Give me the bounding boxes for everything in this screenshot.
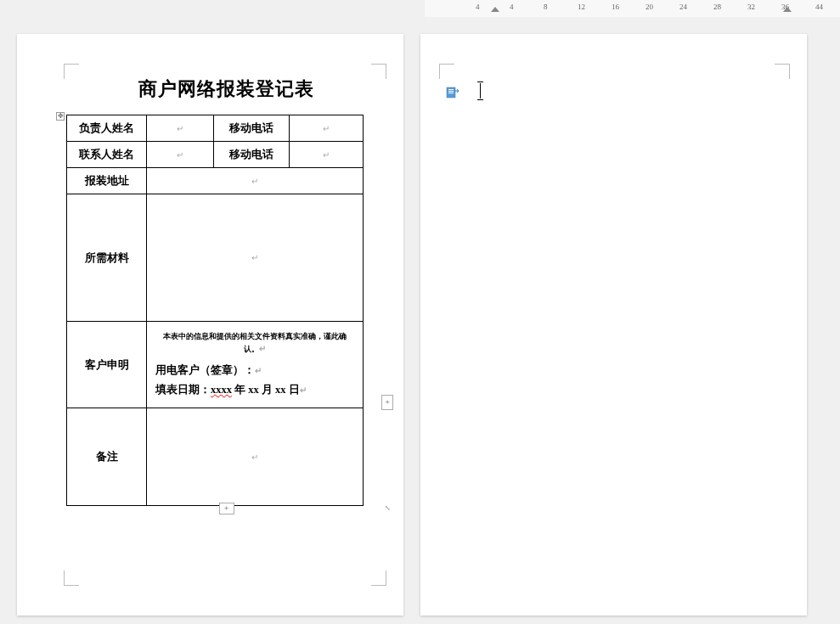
table-row: 备注 ↵ — [67, 408, 364, 506]
ruler-mark: 8 — [544, 3, 548, 11]
table-row: 负责人姓名 ↵ 移动电话 ↵ — [67, 115, 364, 142]
responsible-phone-label[interactable]: 移动电话 — [214, 115, 290, 142]
ruler-mark: 44 — [815, 3, 823, 11]
responsible-phone-cell[interactable]: ↵ — [290, 115, 364, 142]
materials-label[interactable]: 所需材料 — [67, 194, 147, 322]
declaration-label[interactable]: 客户申明 — [67, 322, 147, 408]
page-content: 商户网络报装登记表 ✥ 负责人姓名 ↵ 移动电话 ↵ 联系人姓名 ↵ 移动电话 … — [66, 76, 386, 573]
ruler-mark: 4 — [476, 3, 480, 11]
ruler-mark: 28 — [713, 3, 721, 11]
page-1[interactable]: 商户网络报装登记表 ✥ 负责人姓名 ↵ 移动电话 ↵ 联系人姓名 ↵ 移动电话 … — [17, 34, 403, 616]
crop-mark-icon — [775, 64, 790, 79]
declaration-signature-line: 用电客户（签章）：↵ — [155, 361, 354, 380]
contact-phone-cell[interactable]: ↵ — [290, 142, 364, 168]
document-title[interactable]: 商户网络报装登记表 — [66, 76, 386, 102]
ruler-mark: 24 — [679, 3, 687, 11]
svg-rect-3 — [448, 93, 454, 93]
materials-cell[interactable]: ↵ — [147, 194, 364, 322]
page-2[interactable] — [420, 34, 807, 616]
contact-name-label[interactable]: 联系人姓名 — [67, 142, 147, 168]
ruler-mark: 20 — [646, 3, 653, 11]
registration-form-table[interactable]: 负责人姓名 ↵ 移动电话 ↵ 联系人姓名 ↵ 移动电话 ↵ 报装地址 ↵ — [66, 115, 364, 506]
table-row: 所需材料 ↵ — [67, 194, 364, 322]
responsible-name-label[interactable]: 负责人姓名 — [67, 115, 147, 142]
declaration-small-text: 本表中的信息和提供的相关文件资料真实准确，谨此确认。↵ — [155, 330, 354, 356]
table-anchor-icon[interactable]: ✥ — [56, 112, 65, 121]
contact-phone-label[interactable]: 移动电话 — [214, 142, 290, 168]
remarks-cell[interactable]: ↵ — [147, 408, 364, 506]
section-break-icon[interactable] — [446, 87, 459, 100]
pages-container: 商户网络报装登记表 ✥ 负责人姓名 ↵ 移动电话 ↵ 联系人姓名 ↵ 移动电话 … — [0, 17, 840, 624]
address-label[interactable]: 报装地址 — [67, 168, 147, 194]
table-row: 报装地址 ↵ — [67, 168, 364, 194]
crop-mark-icon — [439, 64, 454, 79]
form-table-wrapper: 负责人姓名 ↵ 移动电话 ↵ 联系人姓名 ↵ 移动电话 ↵ 报装地址 ↵ — [66, 115, 386, 506]
ruler-mark: 16 — [612, 3, 619, 11]
svg-rect-2 — [448, 91, 454, 92]
ruler-mark: 32 — [747, 3, 755, 11]
contact-name-cell[interactable]: ↵ — [147, 142, 214, 168]
declaration-date-line: 填表日期：xxxx 年 xx 月 xx 日↵ — [155, 380, 354, 400]
indent-marker-icon[interactable] — [783, 7, 792, 14]
text-cursor — [480, 83, 481, 98]
address-cell[interactable]: ↵ — [147, 168, 364, 194]
declaration-cell[interactable]: 本表中的信息和提供的相关文件资料真实准确，谨此确认。↵ 用电客户（签章）：↵ 填… — [147, 322, 364, 408]
ruler-mark: 12 — [578, 3, 585, 11]
ruler-mark: 4 — [510, 3, 514, 11]
table-row: 客户申明 本表中的信息和提供的相关文件资料真实准确，谨此确认。↵ 用电客户（签章… — [67, 322, 364, 408]
responsible-name-cell[interactable]: ↵ — [147, 115, 214, 142]
table-row: 联系人姓名 ↵ 移动电话 ↵ — [67, 142, 364, 168]
remarks-label[interactable]: 备注 — [67, 408, 147, 506]
table-side-handle-icon[interactable]: + — [381, 395, 393, 410]
indent-marker-icon[interactable] — [491, 7, 499, 14]
table-resize-handle-icon[interactable]: ⤡ — [385, 504, 392, 511]
svg-rect-1 — [448, 89, 454, 90]
table-bottom-handle-icon[interactable]: + — [219, 503, 234, 514]
horizontal-ruler: 4 4 8 12 16 20 24 28 32 36 44 — [425, 0, 840, 17]
